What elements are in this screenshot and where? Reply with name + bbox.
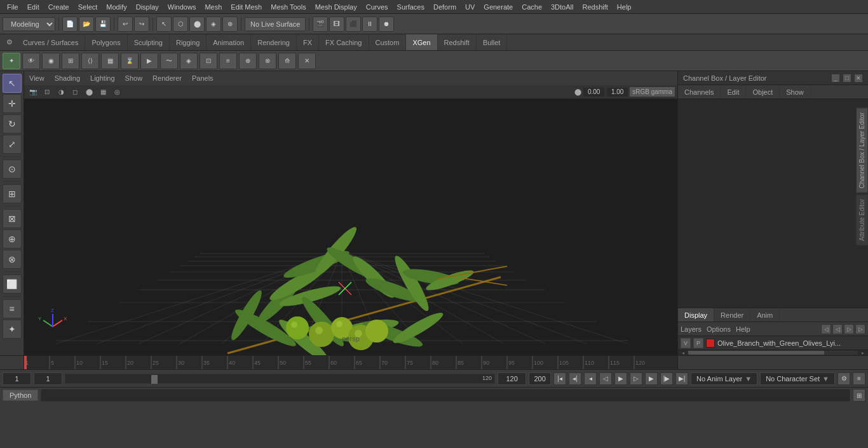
- xgen-icon-btn[interactable]: ✦: [3, 53, 20, 69]
- scroll-right-btn[interactable]: ▸: [858, 350, 868, 355]
- anim-tab[interactable]: Anim: [750, 308, 780, 322]
- select-tool-btn[interactable]: ↖: [3, 74, 22, 93]
- rotate-tool-btn[interactable]: ↻: [3, 114, 22, 133]
- vp-ortho-btn[interactable]: ⊡: [41, 86, 53, 98]
- display-tab[interactable]: Display: [678, 308, 714, 322]
- exposure-input[interactable]: [583, 87, 605, 97]
- scroll-track[interactable]: [688, 351, 858, 355]
- new-file-btn[interactable]: 📄: [62, 17, 78, 32]
- color-profile-dropdown[interactable]: sRGB gamma: [630, 87, 675, 97]
- cb-float-btn[interactable]: □: [843, 74, 851, 83]
- layers-scrollbar[interactable]: ◂ ▸: [678, 350, 868, 355]
- menu-redshift[interactable]: Redshift: [578, 2, 612, 12]
- snap-curve-btn[interactable]: ⊕: [3, 229, 22, 248]
- tab-redshift[interactable]: Redshift: [438, 34, 477, 50]
- tab-animation[interactable]: Animation: [207, 34, 251, 50]
- open-file-btn[interactable]: 📂: [79, 17, 94, 32]
- xgen-eye-btn[interactable]: 👁: [22, 53, 40, 69]
- anim-settings-btn[interactable]: ⚙: [837, 372, 850, 385]
- shading-menu[interactable]: Shading: [52, 73, 83, 83]
- vp-xray-btn[interactable]: ◎: [111, 86, 123, 98]
- attr-editor-tab[interactable]: Attribute Editor: [856, 194, 868, 245]
- render-view-btn[interactable]: 🎬: [313, 17, 328, 32]
- channels-menu[interactable]: Channels: [678, 85, 721, 98]
- anim-time-slider[interactable]: 120: [65, 374, 495, 384]
- prev-frame-btn[interactable]: ◁: [599, 372, 612, 385]
- mode-dropdown[interactable]: Modeling: [3, 17, 55, 31]
- menu-uv[interactable]: UV: [461, 2, 479, 12]
- python-tab[interactable]: Python: [3, 390, 38, 401]
- xgen-sel-btn[interactable]: ⊗: [259, 53, 276, 69]
- xgen-close-btn[interactable]: ✕: [298, 53, 316, 69]
- scale-tool-btn[interactable]: ⤢: [3, 135, 22, 154]
- layer-back-btn[interactable]: ◁: [832, 324, 843, 334]
- save-file-btn[interactable]: 💾: [95, 17, 111, 32]
- menu-help[interactable]: Help: [613, 2, 636, 12]
- layers-opt[interactable]: Layers: [681, 325, 702, 333]
- tab-fx-caching[interactable]: FX Caching: [319, 34, 369, 50]
- viewport-canvas[interactable]: X Y Z persp: [24, 99, 677, 355]
- redo-btn[interactable]: ↪: [134, 17, 149, 32]
- show-manip-btn[interactable]: ⊞: [3, 184, 22, 203]
- menu-file[interactable]: File: [3, 2, 23, 12]
- live-surface-dropdown[interactable]: No Live Surface: [245, 17, 306, 31]
- panels-menu[interactable]: Panels: [189, 73, 216, 83]
- timeline-ruler[interactable]: 1 5 10 15 20 25 30 35 40 45 50 55 60: [24, 356, 677, 369]
- view-menu[interactable]: View: [27, 73, 47, 83]
- menu-deform[interactable]: Deform: [429, 2, 461, 12]
- scroll-left-btn[interactable]: ◂: [678, 350, 688, 355]
- layer-end-btn[interactable]: ▷: [855, 324, 865, 334]
- tab-xgen[interactable]: XGen: [406, 34, 437, 50]
- vp-shading-btn[interactable]: ◑: [55, 86, 67, 98]
- xgen-curve-btn[interactable]: 〜: [160, 53, 178, 69]
- help-opt[interactable]: Help: [736, 325, 750, 333]
- play-btn[interactable]: ▶: [614, 372, 627, 385]
- edit-menu[interactable]: Edit: [721, 85, 746, 98]
- xgen-render-btn[interactable]: ◈: [180, 53, 198, 69]
- menu-modify[interactable]: Modify: [102, 2, 131, 12]
- next-key-btn[interactable]: |▶: [660, 372, 673, 385]
- script-window-btn[interactable]: ⊞: [853, 389, 865, 402]
- render-seq-btn[interactable]: 🎞: [329, 17, 344, 32]
- vp-wireframe-btn[interactable]: ◻: [69, 86, 81, 98]
- menu-mesh[interactable]: Mesh: [200, 2, 226, 12]
- anim-extra-btn[interactable]: ≡: [853, 372, 865, 385]
- scroll-thumb[interactable]: [688, 351, 824, 355]
- vp-shade-all-btn[interactable]: ▦: [97, 86, 109, 98]
- gamma-input[interactable]: [606, 87, 628, 97]
- xgen-add-btn[interactable]: ⊕: [239, 53, 257, 69]
- ipr-btn[interactable]: ⬛: [346, 17, 361, 32]
- options-opt[interactable]: Options: [707, 325, 731, 333]
- snap-grid-btn[interactable]: ⊠: [3, 209, 22, 228]
- script-input[interactable]: [41, 389, 850, 402]
- menu-mesh-display[interactable]: Mesh Display: [311, 2, 362, 12]
- object-menu[interactable]: Object: [746, 85, 780, 98]
- undo-btn[interactable]: ↩: [118, 17, 133, 32]
- pause-ipr-btn[interactable]: ⏸: [362, 17, 377, 32]
- tab-curves-surfaces[interactable]: Curves / Surfaces: [17, 34, 85, 50]
- tab-bullet[interactable]: Bullet: [477, 34, 508, 50]
- xgen-bake-btn[interactable]: ⌛: [121, 53, 139, 69]
- frame-input-2[interactable]: [34, 372, 62, 385]
- menu-edit-mesh[interactable]: Edit Mesh: [226, 2, 266, 12]
- soft-tool-btn[interactable]: ⊙: [3, 160, 22, 179]
- xgen-misc-btn[interactable]: ⟰: [278, 53, 296, 69]
- range-max-input[interactable]: [529, 372, 551, 385]
- go-end-btn[interactable]: ▶|: [675, 372, 688, 385]
- layer-visibility-btn[interactable]: V: [681, 338, 691, 348]
- tab-polygons[interactable]: Polygons: [85, 34, 127, 50]
- anim-layer-dropdown[interactable]: No Anim Layer ▼: [691, 372, 757, 385]
- menu-edit[interactable]: Edit: [23, 2, 44, 12]
- go-start-btn[interactable]: |◂: [553, 372, 566, 385]
- anim-slider-handle[interactable]: [151, 375, 158, 384]
- layer-btn[interactable]: ≡: [3, 299, 22, 318]
- menu-select[interactable]: Select: [74, 2, 102, 12]
- xgen2-btn[interactable]: ✦: [3, 320, 22, 339]
- xgen-guide-btn[interactable]: ⟨⟩: [81, 53, 99, 69]
- xgen-patch-btn[interactable]: ▦: [101, 53, 119, 69]
- tab-rigging[interactable]: Rigging: [170, 34, 207, 50]
- cb-minimize-btn[interactable]: _: [831, 74, 840, 83]
- char-set-dropdown[interactable]: No Character Set ▼: [760, 372, 835, 385]
- prev-key-btn[interactable]: ◂|: [569, 372, 581, 385]
- layer-add-btn[interactable]: ◁: [821, 324, 831, 334]
